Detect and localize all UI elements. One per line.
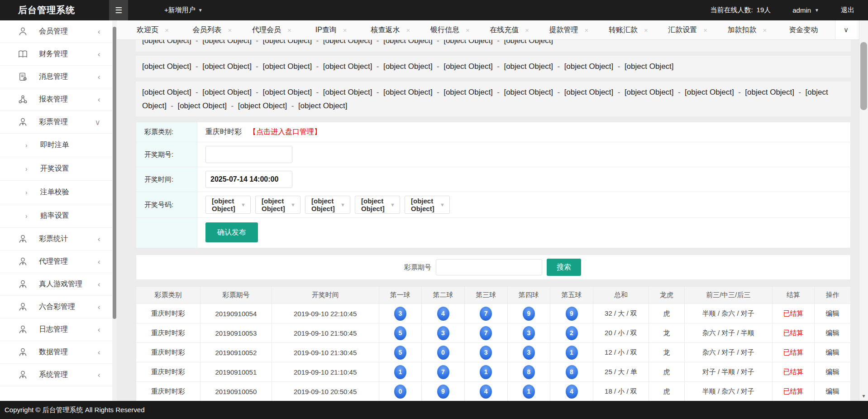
close-icon[interactable]: × <box>165 26 169 34</box>
sidebar-item-members[interactable]: 会员管理 ‹ <box>0 20 112 43</box>
close-icon[interactable]: × <box>703 26 707 34</box>
edit-link[interactable]: 编辑 <box>825 368 839 376</box>
sidebar-scrollbar[interactable] <box>112 20 117 401</box>
logout-button[interactable]: 退出 <box>841 6 854 14</box>
lottery-link[interactable]: [object Object] <box>262 88 323 96</box>
lottery-link[interactable]: [object Object] <box>142 40 202 45</box>
close-icon[interactable]: × <box>287 26 291 34</box>
lottery-link[interactable]: [object Object] <box>625 62 674 71</box>
period-input[interactable] <box>205 146 292 163</box>
lottery-link[interactable]: [object Object] <box>745 88 805 96</box>
close-icon[interactable]: × <box>406 26 410 34</box>
lottery-link[interactable]: [object Object] <box>564 88 625 96</box>
cell-settle-status: 已结算 <box>773 362 815 381</box>
sidebar-item-agents[interactable]: 代理管理 ‹ <box>0 250 112 273</box>
close-icon[interactable]: × <box>585 26 589 34</box>
tab-item[interactable]: 转账汇款 × <box>599 25 658 35</box>
panel-manage-link[interactable]: 【点击进入盘口管理】 <box>249 127 321 137</box>
sidebar-subitem-bet-check[interactable]: › 注单校验 <box>0 181 112 204</box>
ball-select[interactable]: [object Object] ▼ <box>205 196 251 214</box>
lottery-link[interactable]: [object Object] <box>177 101 238 110</box>
tab-item[interactable]: 会员列表 × <box>182 25 242 35</box>
sidebar-scrollbar-thumb[interactable] <box>113 27 116 319</box>
lottery-link[interactable]: [object Object] <box>262 40 323 45</box>
lottery-link[interactable]: [object Object] <box>564 62 625 71</box>
sidebar-item-lottery[interactable]: 彩票管理 ∨ <box>0 111 112 134</box>
lottery-link[interactable]: [object Object] <box>238 101 298 110</box>
sidebar-item-lottery-stats[interactable]: 彩票统计 ‹ <box>0 228 112 250</box>
sidebar-item-messages[interactable]: 消息管理 ‹ <box>0 66 112 88</box>
tab-item[interactable]: 核查返水 × <box>361 25 420 35</box>
tab-item[interactable]: 资金变动 <box>777 25 836 35</box>
tab-bar: 欢迎页 × 会员列表 × 代理会员 × IP查询 × 核查返水 × <box>117 20 868 40</box>
lottery-link[interactable]: [object Object] <box>685 88 745 96</box>
tab-item[interactable]: IP查询 × <box>301 25 361 35</box>
ball-select[interactable]: [object Object] ▼ <box>255 196 300 214</box>
lottery-link[interactable]: [object Object] <box>504 62 564 71</box>
ball-select[interactable]: [object Object] ▼ <box>305 196 350 214</box>
edit-link[interactable]: 编辑 <box>825 329 839 337</box>
main-scrollbar[interactable]: ▾ <box>859 20 868 401</box>
user-icon <box>17 324 28 335</box>
sidebar-subitem-odds-settings[interactable]: › 赔率设置 <box>0 204 112 228</box>
edit-link[interactable]: 编辑 <box>825 348 839 357</box>
lottery-link[interactable]: [object Object] <box>323 40 383 45</box>
main-scrollbar-thumb[interactable] <box>860 42 867 110</box>
edit-link[interactable]: 编辑 <box>825 309 839 318</box>
lottery-link[interactable]: [object Object] <box>625 88 685 96</box>
close-icon[interactable]: × <box>763 26 767 34</box>
lottery-link[interactable]: [object Object] <box>202 40 262 45</box>
draw-time-input[interactable] <box>205 171 292 188</box>
tab-item[interactable]: 在线充值 × <box>480 25 539 35</box>
sidebar-item-system[interactable]: 系统管理 ‹ <box>0 364 112 386</box>
tab-item[interactable]: 汇款设置 × <box>658 25 717 35</box>
sidebar-subitem-live-bets[interactable]: › 即时注单 <box>0 134 112 157</box>
close-icon[interactable]: × <box>525 26 529 34</box>
lottery-link[interactable]: [object Object] <box>383 62 444 71</box>
tab-list-dropdown-button[interactable]: ∨ <box>835 20 857 40</box>
cell-dragon-tiger: 虎 <box>649 304 685 323</box>
edit-link[interactable]: 编辑 <box>825 387 839 396</box>
lottery-link[interactable]: [object Object] <box>383 88 444 96</box>
lottery-link[interactable]: [object Object] <box>262 62 323 71</box>
lottery-link[interactable]: [object Object] <box>142 62 202 71</box>
new-user-button[interactable]: +新增用户 ▼ <box>164 6 203 14</box>
lottery-link[interactable]: [object Object] <box>202 88 262 96</box>
tab-item[interactable]: 银行信息 × <box>420 25 480 35</box>
lottery-link[interactable]: [object Object] <box>444 88 504 96</box>
tab-item[interactable]: 代理会员 × <box>242 25 301 35</box>
sidebar-subitem-draw-settings[interactable]: › 开奖设置 <box>0 157 112 181</box>
sidebar-item-finance[interactable]: 财务管理 ‹ <box>0 43 112 66</box>
lottery-link[interactable]: [object Object] <box>383 40 444 45</box>
close-icon[interactable]: × <box>343 26 347 34</box>
lottery-link[interactable]: [object Object] <box>202 62 262 71</box>
tab-item[interactable]: 欢迎页 × <box>123 25 182 35</box>
lottery-link[interactable]: [object Object] <box>444 62 504 71</box>
close-icon[interactable]: × <box>644 26 648 34</box>
period-search-input[interactable] <box>436 259 542 275</box>
sidebar-toggle-button[interactable]: ☰ <box>109 0 128 20</box>
lottery-link[interactable]: [object Object] <box>323 88 383 96</box>
lottery-link[interactable]: [object Object] <box>323 62 383 71</box>
close-icon[interactable]: × <box>228 26 232 34</box>
sidebar-item-mark-six[interactable]: 六合彩管理 ‹ <box>0 296 112 318</box>
lottery-link[interactable]: [object Object] <box>142 88 202 96</box>
lottery-link[interactable]: [object Object] <box>298 101 348 110</box>
search-label: 彩票期号 <box>404 263 431 272</box>
admin-menu[interactable]: admin ▼ <box>792 6 819 14</box>
lottery-link[interactable]: [object Object] <box>504 40 553 45</box>
sidebar-item-logs[interactable]: 日志管理 ‹ <box>0 318 112 341</box>
ball-select[interactable]: [object Object] ▼ <box>355 196 400 214</box>
lottery-link[interactable]: [object Object] <box>444 40 504 45</box>
lottery-link[interactable]: [object Object] <box>504 88 564 96</box>
search-button[interactable]: 搜索 <box>547 259 581 276</box>
scroll-down-arrow[interactable]: ▾ <box>859 393 868 399</box>
tab-item[interactable]: 提款管理 × <box>539 25 598 35</box>
sidebar-item-live-games[interactable]: 真人游戏管理 ‹ <box>0 273 112 296</box>
close-icon[interactable]: × <box>466 26 470 34</box>
tab-item[interactable]: 加款扣款 × <box>717 25 777 35</box>
sidebar-item-reports[interactable]: 报表管理 ‹ <box>0 88 112 111</box>
sidebar-item-data[interactable]: 数据管理 ‹ <box>0 341 112 364</box>
publish-button[interactable]: 确认发布 <box>205 222 258 242</box>
ball-select[interactable]: [object Object] ▼ <box>405 196 450 214</box>
